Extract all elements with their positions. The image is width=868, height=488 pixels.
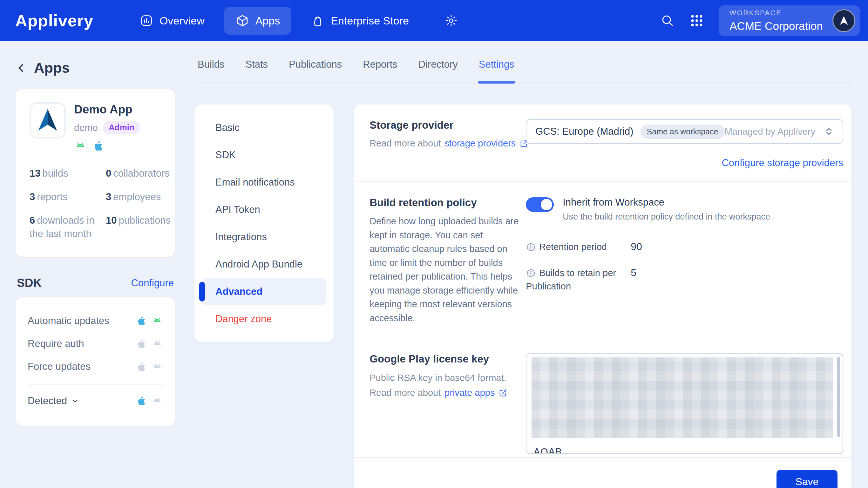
- shopping-bag-icon: [311, 14, 324, 27]
- app-stats: 13builds 0collaborators 3reports 3employ…: [30, 167, 161, 240]
- nav-label-enterprise-store: Enterprise Store: [331, 14, 409, 27]
- settings-menu-api-token[interactable]: API Token: [202, 196, 326, 223]
- settings-menu-integrations[interactable]: Integrations: [202, 223, 326, 251]
- stat-collaborators: 0collaborators: [106, 167, 170, 180]
- readmore-prefix: Read more about: [370, 138, 441, 149]
- build-retention-title: Build retention policy: [370, 197, 519, 209]
- tab-builds[interactable]: Builds: [197, 59, 224, 84]
- app-meta: Demo App demo Admin: [74, 102, 140, 152]
- nav-item-overview[interactable]: Overview: [128, 7, 216, 35]
- settings-menu-danger-zone[interactable]: Danger zone: [202, 305, 326, 333]
- stat-publications: 10publications: [106, 214, 170, 241]
- apple-icon: [91, 140, 104, 152]
- android-icon: [152, 315, 163, 327]
- topbar-right: WORKSPACE ACME Corporation: [660, 5, 860, 36]
- configure-storage-providers-link[interactable]: Configure storage providers: [526, 157, 843, 169]
- save-row: Save: [354, 458, 851, 488]
- tab-stats[interactable]: Stats: [245, 59, 268, 84]
- topbar: Applivery Overview Apps: [0, 0, 868, 41]
- settings-menu-email-notifications[interactable]: Email notifications: [202, 169, 326, 196]
- storage-providers-link[interactable]: storage providers: [444, 138, 516, 149]
- sdk-configure-link[interactable]: Configure: [131, 277, 174, 289]
- settings-menu-android-app-bundle[interactable]: Android App Bundle: [202, 251, 326, 278]
- stat-downloads: 6downloads in the last month: [30, 214, 99, 241]
- stat-reports: 3reports: [30, 190, 99, 204]
- main-nav: Overview Apps Enterprise Store: [128, 7, 465, 35]
- search-icon[interactable]: [660, 13, 675, 28]
- license-key-visible-text: AQAB: [533, 447, 562, 454]
- workspace-name: ACME Corporation: [730, 20, 823, 32]
- google-play-license-section: Google Play license key Public RSA key i…: [354, 338, 851, 458]
- workspace-texts: WORKSPACE ACME Corporation: [730, 9, 823, 32]
- info-icon[interactable]: [526, 268, 536, 278]
- settings-gear-button[interactable]: [437, 7, 465, 35]
- role-badge: Admin: [103, 121, 140, 134]
- settings-menu-sdk[interactable]: SDK: [202, 142, 326, 169]
- apple-icon: [135, 361, 147, 372]
- sdk-row-require-auth: Require auth: [28, 332, 163, 355]
- sdk-detected-expander[interactable]: Detected: [28, 390, 163, 413]
- workspace-switcher[interactable]: WORKSPACE ACME Corporation: [719, 5, 860, 36]
- same-as-workspace-badge: Same as workspace: [641, 125, 725, 139]
- android-icon: [74, 140, 87, 152]
- storage-provider-select[interactable]: GCS: Europe (Madrid) Same as workspace M…: [526, 119, 843, 144]
- overview-icon: [140, 14, 153, 27]
- license-description: Public RSA key in base64 format.: [370, 373, 519, 383]
- tab-directory[interactable]: Directory: [418, 59, 458, 84]
- nav-item-enterprise-store[interactable]: Enterprise Store: [300, 7, 420, 35]
- nav-label-overview: Overview: [159, 14, 205, 27]
- sdk-row-label: Require auth: [28, 338, 84, 349]
- divider: [28, 385, 163, 385]
- app-tabs: Builds Stats Publications Reports Direct…: [194, 59, 851, 84]
- workspace-avatar: [832, 9, 855, 32]
- sdk-row-automatic-updates: Automatic updates: [28, 309, 163, 332]
- stat-builds: 13builds: [30, 167, 99, 180]
- stat-employees: 3employees: [106, 190, 170, 204]
- save-button[interactable]: Save: [776, 470, 837, 488]
- redacted-key-content: [531, 358, 833, 438]
- toggle-label: Inherit from Workspace: [563, 197, 770, 208]
- advanced-settings-panel: Storage provider Read more about storage…: [354, 104, 851, 488]
- app-name: Demo App: [74, 103, 140, 116]
- builds-to-retain-value: 5: [631, 266, 637, 279]
- build-retention-section: Build retention policy Define how long u…: [354, 182, 851, 338]
- storage-provider-value: GCS: Europe (Madrid): [535, 126, 633, 137]
- retention-period-value: 90: [631, 240, 642, 252]
- managed-by-note: Managed by Applivery: [725, 126, 815, 137]
- cube-icon: [236, 14, 249, 27]
- toggle-texts: Inherit from Workspace Use the build ret…: [563, 197, 770, 222]
- app-summary-card: Demo App demo Admin: [16, 89, 175, 257]
- external-link-icon: [498, 389, 507, 397]
- nav-item-apps[interactable]: Apps: [224, 7, 292, 35]
- app-sidebar: Apps Demo App demo Admin: [16, 60, 175, 426]
- inherit-from-workspace-toggle[interactable]: [526, 197, 554, 212]
- sdk-header: SDK Configure: [16, 276, 175, 290]
- applivery-logo[interactable]: Applivery: [15, 11, 93, 30]
- textarea-scrollbar[interactable]: [837, 357, 840, 437]
- sdk-title: SDK: [17, 276, 42, 290]
- settings-menu-basic[interactable]: Basic: [202, 114, 326, 142]
- tab-reports[interactable]: Reports: [363, 59, 398, 84]
- toggle-subtext: Use the build retention policy defined i…: [563, 212, 770, 222]
- sdk-row-label: Force updates: [28, 361, 91, 372]
- tab-publications[interactable]: Publications: [289, 59, 342, 84]
- tab-settings[interactable]: Settings: [479, 59, 515, 84]
- settings-menu-advanced[interactable]: Advanced: [202, 278, 326, 305]
- storage-provider-section: Storage provider Read more about storage…: [354, 104, 851, 182]
- license-key-textarea[interactable]: AQAB: [526, 353, 843, 454]
- back-to-apps-button[interactable]: Apps: [16, 60, 175, 76]
- readmore-prefix: Read more about: [370, 388, 441, 398]
- google-play-license-title: Google Play license key: [370, 353, 519, 365]
- android-icon: [152, 361, 163, 372]
- app-icon: [30, 102, 66, 139]
- private-apps-link[interactable]: private apps: [444, 388, 495, 398]
- storage-provider-title: Storage provider: [370, 119, 519, 131]
- main-area: Builds Stats Publications Reports Direct…: [194, 59, 851, 488]
- apps-grid-icon[interactable]: [689, 13, 704, 28]
- build-retention-description: Define how long uploaded builds are kept…: [370, 214, 520, 325]
- apple-icon: [135, 395, 147, 407]
- tabs-divider: [194, 84, 851, 84]
- retention-period-label: Retention period: [526, 240, 631, 253]
- info-icon[interactable]: [526, 242, 536, 252]
- apple-icon: [135, 338, 147, 349]
